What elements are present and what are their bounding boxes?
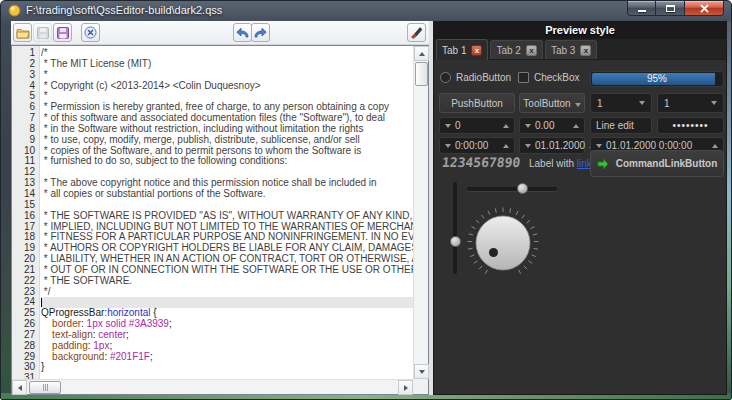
spin-up-icon[interactable] [503,124,509,128]
line-number: 28 [12,341,39,352]
spin-up-icon[interactable] [573,124,579,128]
editor-vertical-scrollbar[interactable] [413,46,428,379]
code-line[interactable]: * Copyright (c) <2013-2014> <Colin Duque… [41,81,413,92]
checkbox[interactable]: CheckBox [518,72,580,83]
slider-handle[interactable] [517,183,528,194]
chevron-down-icon [639,101,645,105]
tab-label: Tab 2 [496,45,520,56]
vertical-slider[interactable] [450,182,461,274]
tool-button-label: ToolButton [523,98,570,109]
time-edit[interactable]: 0:00:00 [439,137,515,154]
chevron-down-icon [711,101,717,105]
close-button[interactable] [684,1,724,16]
dial[interactable] [464,204,542,282]
tool-button[interactable]: ToolButton [519,93,585,113]
combo-box-2[interactable]: 1 [657,93,724,113]
tool-button-dropdown-icon [575,103,581,107]
slider-groove [453,182,457,274]
code-line[interactable]: * The MIT License (MIT) [41,59,413,70]
spin-down-icon[interactable] [445,144,451,148]
horizontal-slider[interactable] [467,183,557,194]
double-spin-box[interactable]: 0.00 [519,117,585,134]
text-cursor [41,298,42,307]
undo-icon [236,27,249,38]
tab-close-icon[interactable]: x [580,45,591,56]
line-edit[interactable]: Line edit [590,117,652,134]
save-icon [37,27,49,39]
date-edit[interactable]: 01.01.2000 [519,137,585,154]
title-bar[interactable]: F:\trading\soft\QssEditor-build\dark2.qs… [1,1,731,21]
maximize-button[interactable] [656,1,684,16]
minimize-button[interactable] [627,1,656,16]
toolbar [11,21,429,45]
close-file-button[interactable] [81,23,100,42]
editor-code[interactable]: /* * The MIT License (MIT) * * Copyright… [41,46,413,379]
horizontal-scroll-thumb[interactable] [29,381,61,394]
code-editor[interactable]: 1234567891011121314151617181920212223242… [11,45,429,395]
code-line[interactable]: * furnished to do so, subject to the fol… [41,156,413,167]
spin-down-icon[interactable] [525,124,531,128]
progress-text: 95% [591,72,723,86]
save-button[interactable] [33,23,52,42]
redo-icon [254,27,267,38]
password-field[interactable]: •••••••• [657,117,724,134]
spin-up-icon[interactable] [712,144,718,148]
scroll-right-button[interactable] [398,380,413,395]
window-title: F:\trading\soft\QssEditor-build\dark2.qs… [26,4,222,16]
command-link-button[interactable]: CommandLinkButton [590,150,724,177]
tab-bar: Tab 1xTab 2xTab 3x [434,39,726,60]
tab-tab-2[interactable]: Tab 2x [490,40,542,59]
spin-box[interactable]: 0 [439,117,515,134]
close-file-icon [84,26,97,39]
code-line[interactable]: * all copies or substantial portions of … [41,189,413,200]
radio-circle-icon [440,72,451,83]
scroll-right-icon [404,385,408,391]
code-line[interactable]: } [41,362,413,373]
label-with-link: Label with link [529,158,592,169]
apply-style-button[interactable] [407,23,426,42]
line-number: 9 [12,135,39,146]
lcd-number: 1234567890 [441,155,521,170]
dial-indicator-dot [489,248,498,257]
save-as-button[interactable] [53,23,72,42]
date-value: 01.01.2000 [535,140,585,151]
undo-button[interactable] [233,23,252,42]
radio-button[interactable]: RadioButton [440,72,511,83]
label-text: Label with [529,158,577,169]
spin-up-icon[interactable] [503,144,509,148]
spin-down-icon[interactable] [525,144,531,148]
tab-tab-3[interactable]: Tab 3x [545,40,597,59]
scroll-left-button[interactable] [12,380,27,395]
apply-style-icon [410,26,423,39]
slider-handle[interactable] [450,236,461,247]
slider-groove [467,187,557,191]
command-link-label: CommandLinkButton [616,158,718,169]
dial-knob[interactable] [476,216,530,270]
tab-close-icon[interactable]: x [526,45,537,56]
scroll-down-button[interactable] [414,364,429,379]
preview-content: RadioButton CheckBox 95% PushButton Tool… [434,60,726,394]
open-folder-icon [16,27,30,39]
code-line[interactable]: */ [41,287,413,298]
code-line[interactable]: * THE SOFTWARE. [41,276,413,287]
combo-box-1[interactable]: 1 [590,93,652,113]
push-button[interactable]: PushButton [439,93,515,113]
tab-label: Tab 1 [442,45,466,56]
editor-horizontal-scrollbar[interactable] [12,379,413,394]
spin-down-icon[interactable] [596,144,602,148]
spin-value: 0 [455,120,499,131]
tab-tab-1[interactable]: Tab 1x [436,39,488,60]
redo-button[interactable] [251,23,270,42]
vertical-scroll-thumb[interactable] [415,62,428,86]
scroll-up-button[interactable] [414,46,429,61]
checkbox-label: CheckBox [534,72,580,83]
preview-panel: Preview style Tab 1xTab 2xTab 3x RadioBu… [433,21,727,395]
code-line[interactable]: background: #201F1F; [41,352,413,363]
tab-close-icon[interactable]: x [471,45,482,56]
line-number: 16 [12,211,39,222]
spin-down-icon[interactable] [445,124,451,128]
open-file-button[interactable] [13,23,32,42]
scroll-down-icon [419,370,425,374]
app-window: F:\trading\soft\QssEditor-build\dark2.qs… [0,0,732,400]
minimize-icon [638,10,646,12]
